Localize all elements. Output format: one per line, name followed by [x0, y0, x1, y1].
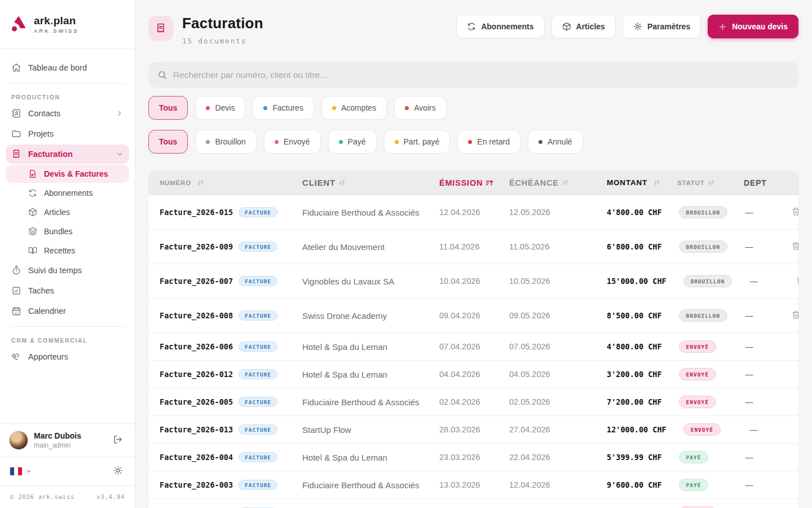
sidebar-item-apporteurs[interactable]: Apporteurs — [6, 347, 129, 366]
sidebar-nav: Tableau de bord PRODUCTION Contacts Proj… — [0, 49, 135, 423]
table-row[interactable]: Facture_2026-004 FACTURE Hotel & Spa du … — [148, 443, 798, 471]
column-header-emission[interactable]: ÉMISSION — [439, 178, 509, 187]
sidebar-item-devis-factures[interactable]: Devis & Factures — [6, 165, 129, 183]
flag-fr-icon[interactable] — [10, 467, 22, 475]
emission-date: 28.03.2026 — [439, 425, 509, 434]
chevron-down-icon[interactable] — [25, 468, 32, 475]
amount: 6'800.00 CHF — [607, 242, 671, 251]
documents-table: NUMÉRO CLIENT ÉMISSION ÉCHÉANCE MONTANT … — [148, 170, 798, 508]
document-type-badge: FACTURE — [239, 480, 277, 490]
logout-button[interactable] — [111, 432, 126, 449]
document-number: Facture_2026-007 — [160, 277, 233, 286]
delete-button[interactable] — [792, 272, 798, 290]
table-row[interactable]: Facture_2026-006 FACTURE Hotel & Spa du … — [148, 332, 798, 360]
status-badge: ENVOYÉ — [679, 368, 716, 380]
sidebar-item-bundles[interactable]: Bundles — [6, 222, 129, 240]
nouveau-devis-button[interactable]: Nouveau devis — [708, 15, 798, 38]
plus-icon — [718, 23, 727, 31]
column-header-numero[interactable]: NUMÉRO — [160, 179, 302, 186]
sidebar-item-contacts[interactable]: Contacts — [6, 104, 129, 123]
table-row[interactable]: Facture_2026-012 FACTURE Hotel & Spa du … — [148, 360, 798, 388]
book-open-icon — [28, 246, 37, 255]
filter-chip[interactable]: En retard — [457, 130, 520, 154]
document-type-badge: FACTURE — [239, 397, 277, 407]
refresh-icon — [467, 22, 476, 31]
client-name: StartUp Flow — [302, 425, 439, 435]
filter-chip[interactable]: Acomptes — [321, 96, 387, 120]
table-row[interactable]: Facture_2026-009 FACTURE Atelier du Mouv… — [148, 229, 798, 264]
parametres-button[interactable]: Paramètres — [623, 15, 701, 38]
dept-value: — — [745, 480, 788, 489]
filter-chip[interactable]: Avoirs — [394, 96, 447, 120]
logout-icon — [113, 434, 123, 445]
sidebar-item-taches[interactable]: Taches — [6, 281, 129, 300]
echeance-date: 04.05.2026 — [509, 370, 607, 379]
filter-chip[interactable]: Tous — [148, 130, 188, 154]
table-row[interactable]: Facture_2026-015 FACTURE Fiduciaire Bert… — [148, 195, 798, 229]
amount: 5'399.99 CHF — [607, 453, 671, 462]
delete-button[interactable] — [788, 203, 798, 221]
column-header-statut[interactable]: STATUT — [669, 179, 744, 186]
check-square-icon — [11, 286, 21, 296]
column-header-echeance[interactable]: ÉCHÉANCE — [509, 178, 607, 187]
filter-chip[interactable]: Tous — [148, 96, 188, 120]
filter-chip[interactable]: Devis — [195, 96, 245, 120]
sidebar-item-projets[interactable]: Projets — [6, 124, 129, 143]
delete-button[interactable] — [788, 306, 798, 325]
document-type-badge: FACTURE — [239, 207, 277, 217]
layers-icon — [28, 227, 37, 236]
sidebar-item-facturation[interactable]: Facturation — [6, 144, 129, 164]
sun-icon — [113, 465, 123, 476]
status-badge: ENVOYÉ — [679, 396, 716, 408]
table-row[interactable]: Facture_2026-013 FACTURE StartUp Flow 28… — [148, 415, 798, 443]
document-type-badge: FACTURE — [239, 341, 277, 352]
table-header: NUMÉRO CLIENT ÉMISSION ÉCHÉANCE MONTANT … — [148, 170, 798, 195]
dept-value: — — [750, 425, 792, 434]
sidebar: ark.plan ARK.SWISS Tableau de bord PRODU… — [0, 0, 135, 508]
filter-chip[interactable]: Factures — [253, 96, 314, 120]
emission-date: 10.04.2026 — [439, 277, 509, 286]
section-label-crm: CRM & COMMERCIAL — [6, 332, 129, 346]
theme-toggle-button[interactable] — [112, 464, 125, 479]
filter-chip[interactable]: Payé — [328, 130, 377, 154]
table-row[interactable]: Facture_2026-005 FACTURE Fiduciaire Bert… — [148, 388, 798, 415]
filter-chip[interactable]: Annulé — [528, 130, 583, 154]
filter-chip[interactable]: Envoyé — [264, 130, 321, 154]
user-block[interactable]: Marc Dubois main_admin — [0, 423, 135, 457]
filter-chip[interactable]: Brouillon — [195, 130, 256, 154]
echeance-date: 09.05.2026 — [509, 311, 607, 320]
table-row[interactable]: Facture_2026-008 FACTURE Swiss Drone Aca… — [148, 298, 798, 332]
table-row[interactable]: Facture_2026-007 FACTURE Vignobles du La… — [148, 264, 798, 298]
sort-icon — [197, 179, 204, 186]
file-text-icon — [28, 169, 37, 178]
sidebar-item-articles[interactable]: Articles — [6, 203, 129, 221]
divider — [9, 83, 126, 84]
delete-button[interactable] — [788, 238, 798, 256]
emission-date: 11.04.2026 — [439, 242, 509, 251]
table-row[interactable]: Facture_2026-011 FACTURE Fiduciaire Bert… — [148, 498, 798, 508]
articles-button[interactable]: Articles — [551, 15, 616, 38]
table-row[interactable]: Facture_2026-003 FACTURE Fiduciaire Bert… — [148, 471, 798, 498]
sidebar-item-abonnements[interactable]: Abonnements — [6, 184, 129, 202]
document-number: Facture_2026-009 — [160, 242, 233, 251]
document-number: Facture_2026-003 — [160, 480, 233, 489]
column-header-montant[interactable]: MONTANT — [607, 178, 669, 187]
sort-icon — [653, 179, 660, 186]
invoice-icon — [155, 23, 166, 34]
echeance-date: 22.04.2026 — [509, 453, 607, 462]
search-input[interactable] — [173, 70, 789, 80]
sidebar-item-recettes[interactable]: Recettes — [6, 242, 129, 260]
folder-icon — [11, 129, 21, 139]
emission-date: 12.04.2026 — [439, 208, 509, 217]
sidebar-item-suivi-du-temps[interactable]: Suivi du temps — [6, 261, 129, 280]
sidebar-item-dashboard[interactable]: Tableau de bord — [6, 58, 129, 77]
column-header-client[interactable]: CLIENT — [302, 178, 439, 187]
abonnements-button[interactable]: Abonnements — [456, 15, 544, 38]
brand-subtitle: ARK.SWISS — [34, 28, 79, 34]
brand-logo-icon — [10, 16, 28, 33]
sidebar-item-calendrier[interactable]: 12 Calendrier — [6, 301, 129, 321]
filter-chip[interactable]: Part. payé — [384, 130, 451, 154]
document-type-badge: FACTURE — [239, 310, 277, 321]
status-badge: BROUILLON — [683, 275, 732, 287]
status-dot — [263, 106, 267, 110]
